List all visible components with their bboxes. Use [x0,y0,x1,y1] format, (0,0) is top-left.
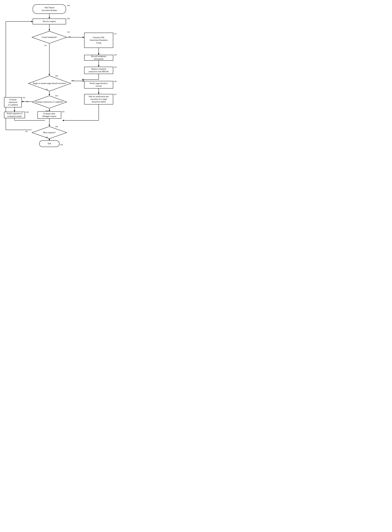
label-510-no: No [44,44,47,46]
num-547: 547 [114,93,117,96]
svg-marker-34 [49,125,50,126]
label-540-yes: Yes [72,79,74,82]
node-545-label: Notify target thread to execute [90,82,108,87]
start-num: 500 [67,4,70,7]
node-555-label: Evaluate expression or condition [6,98,20,106]
num-555: 555 [23,97,25,99]
node-525: Replace emulated instruction with BREAK [84,67,113,74]
node-590-label: More requests? [32,126,67,139]
start-node: Nub Thread Execution Routine [33,4,66,14]
svg-marker-12 [82,79,84,80]
num-525: 525 [114,66,117,68]
end-node: End [39,140,60,147]
node-550-label: Evaluate expression or condition? [32,95,67,109]
num-545: 545 [114,80,117,83]
num-505: 505 [67,17,70,20]
svg-marker-25 [22,101,23,102]
num-565: 565 [62,111,65,113]
node-520: Record breakpoint information [84,55,113,61]
node-540: Begin or resume target thread execution? [28,75,71,91]
svg-marker-21 [62,120,64,121]
svg-marker-31 [49,110,50,111]
svg-marker-40 [31,21,33,22]
num-560: 560 [26,111,29,113]
node-590: More requests? [32,126,67,139]
node-510-label: Create breakpoint? [32,31,67,44]
num-510: 510 [67,31,70,33]
node-565-label: Evaluate other debugger request [42,112,56,118]
node-515: Generate OOL Instruction Emulation Group [84,33,113,48]
num-520: 520 [114,54,117,56]
svg-marker-18 [98,93,99,94]
node-505-label: Receive request [43,20,56,23]
svg-marker-14 [49,74,50,75]
node-550: Evaluate expression or condition? [32,95,67,109]
node-545: Notify target thread to execute [84,81,113,88]
node-565: Evaluate other debugger request [37,111,61,119]
svg-marker-7 [98,53,99,55]
end-num: 595 [60,144,63,146]
svg-marker-3 [49,29,50,31]
svg-marker-9 [98,65,99,67]
node-505: Receive request [33,19,66,24]
flowchart: Nub Thread Execution Routine 500 Receive… [0,0,131,177]
node-515-label: Generate OOL Instruction Emulation Group [90,36,107,44]
node-520-label: Record breakpoint information [91,55,106,60]
start-label: Nub Thread Execution Routine [42,6,57,12]
svg-marker-36 [49,139,50,140]
label-510-yes: Yes [69,36,71,38]
num-515: 515 [114,33,117,35]
node-525-label: Replace emulated instruction with BREAK [89,68,109,73]
svg-marker-5 [83,37,84,38]
node-540-label: Begin or resume target thread execution? [28,75,71,91]
svg-marker-23 [49,94,50,95]
svg-marker-1 [49,17,50,19]
node-560-label: Notify requestor of evaluation results [7,112,22,117]
svg-marker-16 [83,80,84,82]
node-547: Wait for notification that execution of … [84,94,113,104]
node-510: Create breakpoint? [32,31,67,44]
svg-marker-27 [14,110,15,112]
node-560: Notify requestor of evaluation results [4,112,25,118]
label-550-yes: Yes [26,100,28,103]
node-547-label: Wait for notification that execution of … [89,95,109,103]
node-555: Evaluate expression or condition [4,97,22,107]
end-label: End [48,142,51,145]
label-590-yes: Yes [25,130,28,133]
